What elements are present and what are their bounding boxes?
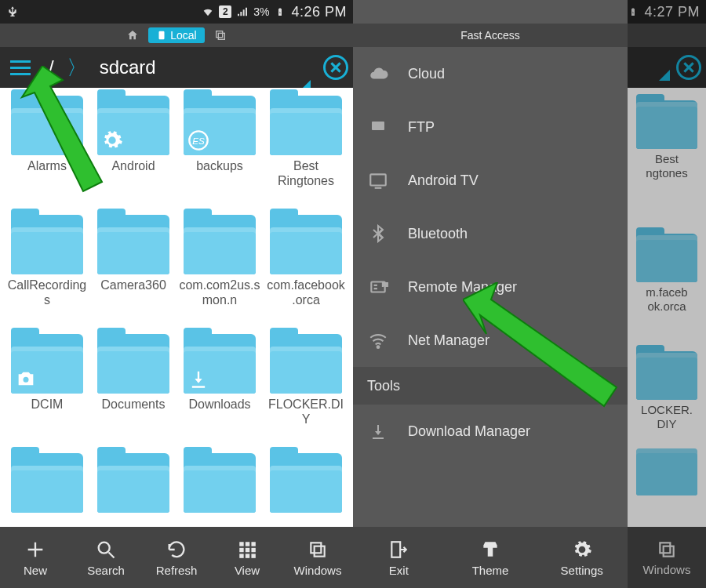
dim-overlay (628, 0, 706, 588)
folder-item[interactable]: Camera360 (91, 215, 176, 331)
svg-point-6 (99, 542, 110, 553)
signal-icon (236, 5, 249, 18)
folder-icon: ES (184, 96, 256, 155)
folder-item[interactable]: FLOCKER.DIY (264, 334, 348, 450)
folder-icon (97, 334, 169, 394)
folder-icon (270, 215, 342, 274)
drawer-settings-button[interactable]: Settings (536, 527, 628, 588)
folder-label: Android (111, 158, 155, 173)
folder-icon (270, 96, 342, 155)
svg-rect-1 (216, 31, 222, 38)
svg-rect-10 (239, 547, 243, 551)
wifi-icon (367, 329, 389, 351)
remote-icon: FTP (367, 276, 389, 298)
svg-rect-13 (239, 554, 243, 557)
folder-icon (184, 334, 256, 394)
folder-item[interactable]: com.facebook.orca (264, 215, 348, 331)
folder-label: Best Ringtones (265, 158, 347, 188)
folder-label: Camera360 (100, 278, 166, 292)
folder-item[interactable]: ESbackups (177, 96, 262, 212)
clock: 4:26 PM (291, 4, 347, 20)
bottom-search-button[interactable]: Search (71, 527, 141, 588)
bottom-view-button[interactable]: View (212, 527, 282, 588)
folder-icon (270, 334, 342, 394)
battery-icon (274, 5, 286, 18)
folder-label: Downloads (188, 397, 250, 412)
folder-item[interactable]: com.com2us.smon.n (177, 215, 262, 331)
bottom-refresh-button[interactable]: Refresh (141, 527, 212, 588)
folder-item[interactable] (5, 453, 89, 527)
exit-icon (387, 539, 410, 561)
folder-item[interactable] (264, 453, 348, 527)
drawer-item-ftp[interactable]: FTP (353, 100, 628, 154)
folder-label: com.facebook.orca (265, 278, 347, 307)
wifi-icon (202, 5, 214, 18)
folder-item[interactable]: CallRecordings (5, 215, 89, 331)
drawer-item-bluetooth[interactable]: Bluetooth (353, 207, 628, 260)
folder-item[interactable]: DCIM (5, 334, 89, 450)
battery-pct: 3% (253, 5, 269, 18)
drawer-item-android-tv[interactable]: Android TV (353, 154, 628, 207)
svg-point-5 (24, 377, 29, 383)
folder-label: backups (196, 158, 243, 173)
folder-icon (11, 334, 83, 394)
svg-text:FTP: FTP (382, 282, 388, 287)
folder-item[interactable] (91, 453, 176, 527)
drawer-theme-button[interactable]: Theme (445, 527, 537, 588)
svg-rect-2 (218, 33, 224, 39)
multi-window-icon[interactable] (214, 29, 227, 42)
refresh-icon (165, 539, 188, 561)
right-screenshot: 2 3% 4:27 PM Bestngtonesm.facebok.orcaLO… (353, 0, 706, 588)
bottom-windows-button[interactable]: Windows (282, 527, 353, 588)
grid-icon (235, 539, 259, 561)
drawer-exit-button[interactable]: Exit (353, 527, 445, 588)
folder-icon (97, 215, 169, 274)
svg-marker-18 (22, 66, 102, 191)
svg-rect-16 (311, 543, 321, 553)
tutorial-arrow-2 (463, 282, 620, 416)
svg-rect-14 (246, 554, 249, 557)
folder-item[interactable]: Documents (91, 334, 176, 450)
bottom-bar: NewSearchRefreshViewWindows (0, 527, 353, 588)
folder-label: com.com2us.smon.n (179, 278, 260, 307)
bluetooth-icon (367, 223, 389, 245)
svg-rect-8 (246, 542, 249, 546)
download-icon (367, 420, 389, 442)
sim-badge: 2 (219, 5, 231, 18)
drawer-item-cloud[interactable]: Cloud (353, 47, 628, 100)
folder-icon (184, 215, 256, 274)
bottom-new-button[interactable]: New (0, 527, 71, 588)
tab-local[interactable]: Local (148, 27, 204, 43)
windows-icon (306, 539, 329, 561)
monitor-icon (367, 116, 389, 138)
folder-label: FLOCKER.DIY (265, 397, 347, 426)
left-screenshot: 2 3% 4:26 PM Local / 〉 sdcard AlarmsAndr… (0, 0, 353, 588)
tab-strip: Local (0, 24, 353, 47)
svg-rect-7 (239, 542, 243, 546)
svg-rect-17 (315, 546, 325, 556)
theme-icon (479, 539, 502, 561)
plus-icon (24, 539, 47, 561)
folder-label: CallRecordings (6, 278, 88, 307)
svg-rect-15 (251, 554, 255, 557)
svg-rect-9 (251, 542, 255, 546)
folder-label: DCIM (31, 397, 64, 412)
drawer-bottom-bar: ExitThemeSettings (353, 527, 628, 588)
close-tab-button[interactable] (323, 55, 348, 80)
folder-item[interactable] (177, 453, 262, 527)
folder-icon (11, 215, 83, 274)
tutorial-arrow-1 (11, 66, 113, 199)
folder-item[interactable]: Downloads (177, 334, 262, 450)
svg-rect-22 (372, 122, 384, 130)
status-bar: 2 3% 4:26 PM (0, 0, 353, 24)
folder-item[interactable]: Best Ringtones (264, 96, 348, 212)
gear-icon (570, 539, 594, 561)
search-icon (94, 539, 118, 561)
svg-point-26 (377, 346, 380, 348)
home-icon[interactable] (126, 29, 139, 42)
svg-rect-12 (251, 547, 255, 551)
drawer-header: Fast Access (353, 24, 628, 47)
svg-rect-11 (246, 547, 249, 551)
folder-label: Documents (102, 397, 166, 412)
svg-rect-0 (159, 31, 165, 40)
